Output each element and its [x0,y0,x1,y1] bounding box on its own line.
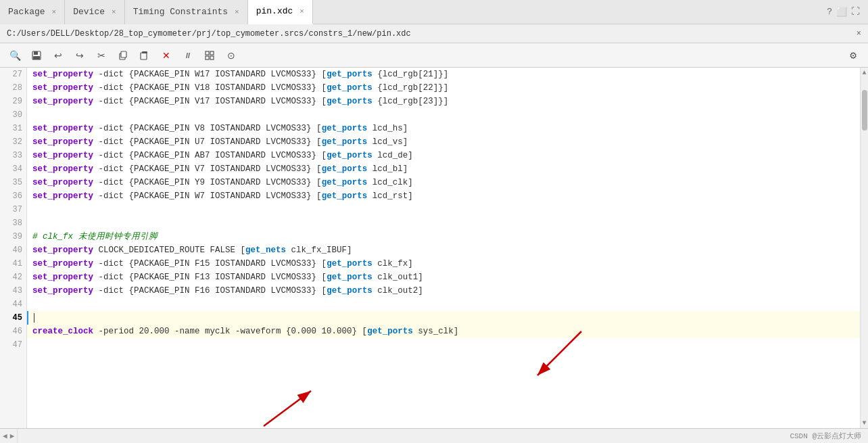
ln-35: 35 [4,176,22,189]
code-line-42: set_property -dict {PACKAGE_PIN F13 IOST… [27,271,860,284]
tab-device[interactable]: Device × [65,0,124,24]
tab-package-close[interactable]: × [52,8,57,16]
delete-button[interactable]: ✕ [157,46,176,65]
ln-37: 37 [4,203,22,216]
scroll-thumb[interactable] [862,90,867,131]
paste-button[interactable] [135,46,154,65]
tab-pinxdc-close[interactable]: × [299,7,304,16]
ln-41: 41 [4,257,22,271]
tab-package-label: Package [8,7,45,17]
filepath-text: C:/Users/DELL/Desktop/28_top_cymometer/p… [7,29,411,39]
ln-33: 33 [4,149,22,162]
svg-rect-1 [34,51,38,55]
tab-timing-close[interactable]: × [235,8,239,16]
help-icon[interactable]: ? [827,7,832,17]
code-line-27: set_property -dict {PACKAGE_PIN W17 IOST… [27,68,860,81]
cut-button[interactable]: ✂ [92,46,111,65]
ln-43: 43 [4,284,22,298]
code-line-33: set_property -dict {PACKAGE_PIN AB7 IOST… [27,149,860,162]
ln-28: 28 [4,81,22,95]
ln-31: 31 [4,122,22,135]
ln-42: 42 [4,271,22,284]
vertical-scrollbar[interactable]: ▲ ▼ [860,68,868,428]
svg-line-13 [264,391,311,426]
code-line-44 [27,298,860,311]
ln-40: 40 [4,243,22,257]
code-line-40: set_property CLOCK_DEDICATED_ROUTE FALSE… [27,243,860,257]
block-button[interactable] [200,46,219,65]
ln-27: 27 [4,68,22,81]
svg-rect-7 [206,51,209,55]
search-button[interactable]: 🔍 [5,46,24,65]
tab-pinxdc-label: pin.xdc [256,6,293,16]
status-watermark: CSDN @云影点灯大师 [790,431,861,441]
ln-34: 34 [4,162,22,176]
save-button[interactable] [27,46,46,65]
tab-bar: Package × Device × Timing Constraints × … [0,0,868,24]
ln-46: 46 [4,325,22,338]
undo-button[interactable]: ↩ [49,46,68,65]
copy-button[interactable] [114,46,132,65]
ln-45: 45 [4,311,22,325]
code-line-38 [27,216,860,230]
ln-44: 44 [4,298,22,311]
ln-39: 39 [4,230,22,243]
code-line-35: set_property -dict {PACKAGE_PIN Y9 IOSTA… [27,176,860,189]
ln-29: 29 [4,95,22,108]
code-line-36: set_property -dict {PACKAGE_PIN W7 IOSTA… [27,189,860,203]
svg-rect-8 [210,51,214,55]
code-line-47 [27,338,860,352]
tab-timing[interactable]: Timing Constraints × [125,0,248,24]
settings-button[interactable]: ⚙ [844,46,863,65]
scroll-right-arrow[interactable]: ▶ [10,432,15,440]
code-line-37 [27,203,860,216]
svg-rect-2 [33,56,40,60]
tab-device-close[interactable]: × [112,8,116,16]
code-line-39: # clk_fx 未使用时钟专用引脚 [27,230,860,243]
ln-38: 38 [4,216,22,230]
code-line-34: set_property -dict {PACKAGE_PIN V7 IOSTA… [27,162,860,176]
tab-pinxdc[interactable]: pin.xdc × [248,0,313,24]
code-line-32: set_property -dict {PACKAGE_PIN U7 IOSTA… [27,135,860,149]
code-line-29: set_property -dict {PACKAGE_PIN V17 IOST… [27,95,860,108]
redo-button[interactable]: ↪ [70,46,89,65]
code-lines: set_property -dict {PACKAGE_PIN W17 IOST… [27,68,860,352]
code-line-28: set_property -dict {PACKAGE_PIN V18 IOST… [27,81,860,95]
svg-rect-10 [210,56,214,60]
filepath-bar: C:/Users/DELL/Desktop/28_top_cymometer/p… [0,24,868,43]
code-area[interactable]: set_property -dict {PACKAGE_PIN W17 IOST… [27,68,860,428]
editor-container: 27 28 29 30 31 32 33 34 35 36 37 38 39 4… [0,68,868,428]
svg-rect-9 [206,56,209,60]
code-line-31: set_property -dict {PACKAGE_PIN V8 IOSTA… [27,122,860,135]
tab-device-label: Device [73,7,105,17]
ln-36: 36 [4,189,22,203]
ln-30: 30 [4,108,22,122]
toolbar: 🔍 ↩ ↪ ✂ ✕ // ⊙ ⚙ [0,43,868,68]
svg-rect-6 [142,51,147,53]
status-bar: ◀ ▶ CSDN @云影点灯大师 [0,428,868,443]
code-line-41: set_property -dict {PACKAGE_PIN F15 IOST… [27,257,860,271]
code-line-43: set_property -dict {PACKAGE_PIN F16 IOST… [27,284,860,298]
scroll-down-arrow[interactable]: ▼ [862,419,866,427]
tab-package[interactable]: Package × [0,0,65,24]
ln-47: 47 [4,338,22,352]
ln-32: 32 [4,135,22,149]
tab-icons: ? ⬜ ⛶ [827,7,868,18]
filepath-close[interactable]: × [857,29,861,39]
tab-timing-label: Timing Constraints [133,7,228,17]
pin-button[interactable]: ⊙ [222,46,241,65]
maximize-icon[interactable]: ⛶ [851,7,860,17]
scroll-up-arrow[interactable]: ▲ [862,69,866,76]
restore-icon[interactable]: ⬜ [836,7,847,18]
code-line-45 [27,311,860,325]
comment-button[interactable]: // [178,46,197,65]
svg-rect-4 [121,51,126,57]
line-numbers: 27 28 29 30 31 32 33 34 35 36 37 38 39 4… [0,68,27,428]
code-line-30 [27,108,860,122]
svg-rect-5 [141,53,147,60]
code-line-46: create_clock -period 20.000 -name myclk … [27,325,860,338]
scroll-left-arrow[interactable]: ◀ [3,432,7,440]
